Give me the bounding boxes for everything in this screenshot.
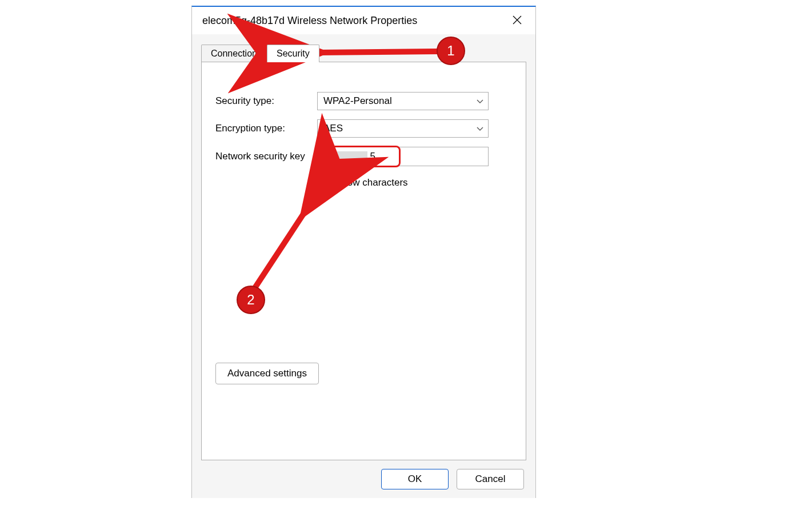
tab-connection[interactable]: Connection <box>201 45 267 62</box>
advanced-settings-button[interactable]: Advanced settings <box>215 363 319 384</box>
network-key-label: Network security key <box>215 151 317 162</box>
dialog-body: Connection Security Security type: WPA2-… <box>192 34 535 460</box>
check-icon <box>319 177 327 188</box>
close-icon <box>513 15 522 26</box>
show-characters-row: Show characters <box>317 176 512 189</box>
security-panel: Security type: WPA2-Personal Encryption … <box>201 62 526 460</box>
window-title: elecom5g-48b17d Wireless Network Propert… <box>202 15 505 27</box>
titlebar: elecom5g-48b17d Wireless Network Propert… <box>192 7 535 34</box>
network-key-prefix: e <box>323 151 329 162</box>
chevron-down-icon <box>477 95 483 107</box>
ok-button[interactable]: OK <box>381 469 449 489</box>
network-key-row: Network security key e 5 <box>215 147 512 166</box>
tab-security[interactable]: Security <box>267 45 319 62</box>
cancel-button[interactable]: Cancel <box>457 469 524 489</box>
close-button[interactable] <box>505 9 530 32</box>
encryption-type-row: Encryption type: AES <box>215 119 512 138</box>
network-key-value: e 5 <box>323 151 375 162</box>
security-type-select[interactable]: WPA2-Personal <box>317 92 489 110</box>
chevron-down-icon <box>477 123 483 134</box>
security-type-value: WPA2-Personal <box>323 95 392 107</box>
show-characters-label: Show characters <box>335 177 408 188</box>
show-characters-checkbox[interactable] <box>317 176 330 189</box>
dialog-footer: OK Cancel <box>192 460 535 498</box>
properties-dialog: elecom5g-48b17d Wireless Network Propert… <box>191 6 536 498</box>
tab-strip: Connection Security <box>201 42 526 62</box>
encryption-type-value: AES <box>323 123 343 134</box>
security-type-label: Security type: <box>215 95 317 107</box>
network-key-redacted <box>331 151 367 162</box>
encryption-type-select[interactable]: AES <box>317 119 489 138</box>
security-type-row: Security type: WPA2-Personal <box>215 92 512 110</box>
encryption-type-label: Encryption type: <box>215 123 317 134</box>
network-key-input[interactable]: e 5 <box>317 147 489 166</box>
network-key-suffix: 5 <box>370 151 375 162</box>
